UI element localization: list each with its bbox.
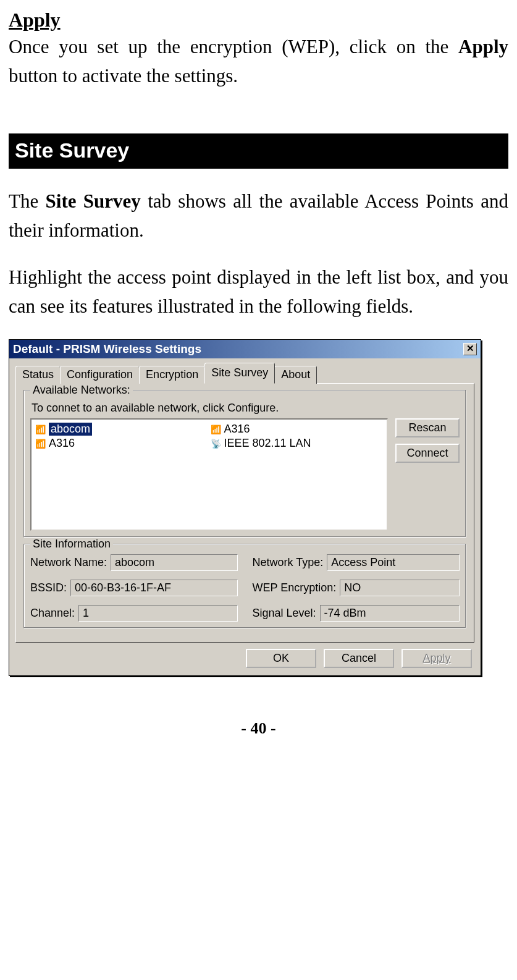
dialog-button-row: OK Cancel Apply <box>15 643 474 669</box>
network-name-value: abocom <box>111 554 237 571</box>
bssid-row: BSSID: 00-60-B3-16-1F-AF <box>30 580 238 596</box>
tab-site-survey[interactable]: Site Survey <box>204 363 275 384</box>
page-number: - 40 - <box>9 719 508 738</box>
network-name-label: Network Name: <box>30 556 107 569</box>
signal-row: Signal Level: -74 dBm <box>253 605 460 622</box>
network-type-value: Access Point <box>327 554 460 571</box>
ok-button[interactable]: OK <box>246 649 316 668</box>
wep-row: WEP Encryption: NO <box>253 580 460 596</box>
cancel-button[interactable]: Cancel <box>324 649 394 668</box>
wep-label: WEP Encryption: <box>253 581 337 594</box>
text: button to activate the settings. <box>9 65 238 87</box>
site-survey-bold: Site Survey <box>46 190 141 212</box>
list-item-label: A316 <box>224 423 250 436</box>
dialog-title: Default - PRISM Wireless Settings <box>13 342 201 356</box>
dialog-body: Status Configuration Encryption Site Sur… <box>9 358 481 675</box>
apply-button-label: Apply <box>422 652 450 664</box>
channel-row: Channel: 1 <box>30 605 238 622</box>
signal-value: -74 dBm <box>320 605 460 622</box>
tab-about[interactable]: About <box>274 366 317 384</box>
close-icon[interactable]: ✕ <box>463 343 477 355</box>
apply-paragraph: Once you set up the encryption (WEP), cl… <box>9 33 508 90</box>
tab-strip: Status Configuration Encryption Site Sur… <box>15 362 474 383</box>
channel-label: Channel: <box>30 607 75 620</box>
available-networks-legend: Available Networks: <box>30 384 133 397</box>
list-item-label: A316 <box>49 437 75 450</box>
apply-bold: Apply <box>458 36 508 57</box>
site-info-grid: Network Name: abocom Network Type: Acces… <box>30 554 460 622</box>
bssid-label: BSSID: <box>30 581 67 594</box>
apply-heading: Apply <box>9 9 508 32</box>
available-networks-hint: To connet to an available network, click… <box>32 402 460 415</box>
antenna-icon: 📶 <box>35 425 45 434</box>
tab-panel: Available Networks: To connet to an avai… <box>15 383 474 643</box>
apply-button: Apply <box>401 649 472 668</box>
antenna-icon: 📶 <box>211 425 221 434</box>
list-item-label: IEEE 802.11 LAN <box>224 437 311 450</box>
wep-value: NO <box>340 580 460 596</box>
network-buttons: Rescan Connect <box>395 418 460 469</box>
list-column-1: 📶 abocom 📶 A316 <box>34 422 209 527</box>
list-item[interactable]: 📶 abocom <box>34 422 209 436</box>
text: The <box>9 190 46 212</box>
network-type-row: Network Type: Access Point <box>253 554 460 571</box>
site-survey-paragraph-2: Highlight the access point displayed in … <box>9 263 508 321</box>
tab-encryption[interactable]: Encryption <box>139 366 205 384</box>
list-item-label: abocom <box>49 423 92 436</box>
bssid-value: 00-60-B3-16-1F-AF <box>70 580 237 596</box>
channel-value: 1 <box>78 605 237 622</box>
networks-listbox[interactable]: 📶 abocom 📶 A316 📶 A316 <box>30 418 388 531</box>
antenna-icon: 📡 <box>211 439 221 449</box>
network-name-row: Network Name: abocom <box>30 554 238 571</box>
site-survey-paragraph-1: The Site Survey tab shows all the availa… <box>9 187 508 245</box>
connect-button[interactable]: Connect <box>395 444 460 463</box>
dialog-titlebar: Default - PRISM Wireless Settings ✕ <box>9 340 481 358</box>
signal-label: Signal Level: <box>253 607 316 620</box>
list-column-2: 📶 A316 📡 IEEE 802.11 LAN <box>209 422 385 527</box>
antenna-icon: 📶 <box>35 439 45 449</box>
prism-wireless-dialog: Default - PRISM Wireless Settings ✕ Stat… <box>9 339 481 676</box>
section-header-site-survey: Site Survey <box>9 133 508 169</box>
tab-status[interactable]: Status <box>15 366 61 384</box>
list-item[interactable]: 📶 A316 <box>34 436 209 450</box>
list-item[interactable]: 📶 A316 <box>209 422 385 436</box>
tab-configuration[interactable]: Configuration <box>60 366 140 384</box>
site-information-group: Site Information Network Name: abocom Ne… <box>23 544 466 628</box>
network-type-label: Network Type: <box>253 556 324 569</box>
list-item[interactable]: 📡 IEEE 802.11 LAN <box>209 436 385 450</box>
text: Once you set up the encryption (WEP), cl… <box>9 36 458 57</box>
available-networks-row: 📶 abocom 📶 A316 📶 A316 <box>30 418 460 531</box>
rescan-button[interactable]: Rescan <box>395 418 460 437</box>
available-networks-group: Available Networks: To connet to an avai… <box>23 390 466 538</box>
site-information-legend: Site Information <box>30 538 113 551</box>
